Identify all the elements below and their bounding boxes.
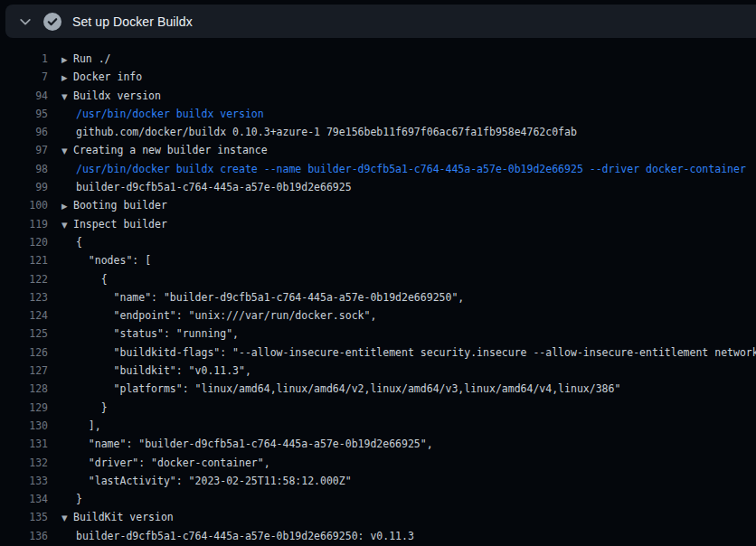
triangle-collapsed-icon[interactable]: ▶ [61,69,73,86]
log-line: 120 { [0,233,756,251]
log-group-row[interactable]: 94 ▼Buildx version [0,87,756,105]
log-group-row[interactable]: 1 ▶Run ./ [0,50,756,68]
triangle-expanded-icon[interactable]: ▼ [61,88,73,105]
line-number[interactable]: 132 [0,454,48,472]
triangle-expanded-icon[interactable]: ▼ [61,142,73,159]
log-line: 128 "platforms": "linux/amd64,linux/amd6… [0,380,756,398]
line-number[interactable]: 131 [0,435,48,453]
log-group-row[interactable]: 97 ▼Creating a new builder instance [0,141,756,159]
log-line: 127 "buildkit": "v0.11.3", [0,362,756,380]
line-content: ▼BuildKit version [61,508,174,526]
log-group-row[interactable]: 100 ▶Booting builder [0,196,756,214]
line-content: { [61,270,108,288]
log-line: 133 "lastActivity": "2023-02-25T11:58:12… [0,472,756,490]
line-content: "platforms": "linux/amd64,linux/amd64/v2… [61,380,620,398]
log-line: 131 "name": "builder-d9cfb5a1-c764-445a-… [0,435,756,453]
line-content: "lastActivity": "2023-02-25T11:58:12.000… [61,472,352,490]
line-content: "nodes": [ [61,251,151,269]
line-number[interactable]: 133 [0,472,48,490]
line-number[interactable]: 123 [0,288,48,306]
log-group-row[interactable]: 7 ▶Docker info [0,68,756,86]
line-content: ], [61,417,101,435]
line-number[interactable]: 124 [0,306,48,325]
group-title[interactable]: Buildx version [73,89,161,102]
line-number[interactable]: 134 [0,490,48,508]
step-title: Set up Docker Buildx [72,14,193,29]
log-line: 121 "nodes": [ [0,251,756,269]
line-number[interactable]: 135 [0,508,48,526]
log-line: 99 builder-d9cfb5a1-c764-445a-a57e-0b19d… [0,178,756,196]
step-header[interactable]: Set up Docker Buildx [5,5,756,38]
log-line: 134 } [0,490,756,508]
triangle-collapsed-icon[interactable]: ▶ [61,197,73,214]
line-number[interactable]: 94 [0,87,48,105]
log-line: 132 "driver": "docker-container", [0,454,756,472]
log-group-row[interactable]: 135 ▼BuildKit version [0,508,756,526]
line-content: ▶Booting builder [61,196,167,214]
triangle-expanded-icon[interactable]: ▼ [61,509,73,526]
line-number[interactable]: 125 [0,325,48,343]
line-number[interactable]: 126 [0,344,48,362]
line-content: github.com/docker/buildx 0.10.3+azure-1 … [61,123,577,141]
line-number[interactable]: 122 [0,270,48,288]
line-content: ▼Inspect builder [61,215,167,233]
log-line: 95 /usr/bin/docker buildx version [0,105,756,123]
line-content: "status": "running", [61,325,239,343]
step-success-check-icon [43,13,61,31]
group-title[interactable]: Run ./ [73,52,111,65]
group-title[interactable]: Creating a new builder instance [73,144,268,156]
group-title[interactable]: BuildKit version [73,511,174,523]
line-content: "driver": "docker-container", [61,454,270,472]
group-title[interactable]: Booting builder [73,199,167,212]
triangle-expanded-icon[interactable]: ▼ [61,216,73,233]
line-content: /usr/bin/docker buildx create --name bui… [61,160,746,178]
log-line: 124 "endpoint": "unix:///var/run/docker.… [0,306,756,325]
line-number[interactable]: 129 [0,399,48,417]
line-number[interactable]: 98 [0,160,48,178]
line-content: { [61,233,82,251]
group-title[interactable]: Inspect builder [73,218,167,231]
line-content: } [61,490,82,508]
log-line: 98 /usr/bin/docker buildx create --name … [0,160,756,178]
line-number[interactable]: 7 [0,68,48,86]
line-number[interactable]: 95 [0,105,48,123]
line-number[interactable]: 119 [0,215,48,233]
line-number[interactable]: 96 [0,123,48,141]
log-line: 130 ], [0,417,756,435]
line-number[interactable]: 128 [0,380,48,398]
log-viewer: Set up Docker Buildx 1 ▶Run ./ 7 ▶Docker… [0,0,756,546]
log-lines-container: 1 ▶Run ./ 7 ▶Docker info 94 ▼Buildx vers… [0,50,756,545]
log-line: 96 github.com/docker/buildx 0.10.3+azure… [0,123,756,141]
line-number[interactable]: 97 [0,141,48,159]
line-content: "buildkitd-flags": "--allow-insecure-ent… [61,344,756,362]
log-group-row[interactable]: 119 ▼Inspect builder [0,215,756,233]
line-content: "buildkit": "v0.11.3", [61,362,251,380]
log-line: 129 } [0,399,756,417]
line-number[interactable]: 1 [0,50,48,68]
chevron-down-icon[interactable] [19,15,32,28]
line-number[interactable]: 100 [0,196,48,214]
log-line: 126 "buildkitd-flags": "--allow-insecure… [0,344,756,362]
line-content: "endpoint": "unix:///var/run/docker.sock… [61,306,376,325]
line-number[interactable]: 130 [0,417,48,435]
line-content: } [61,399,108,417]
line-content: ▼Buildx version [61,87,161,105]
log-line: 125 "status": "running", [0,325,756,343]
line-content: ▼Creating a new builder instance [61,141,268,159]
line-number[interactable]: 120 [0,233,48,251]
line-number[interactable]: 99 [0,178,48,196]
group-title[interactable]: Docker info [73,71,142,83]
line-content: ▶Docker info [61,68,142,86]
line-content: "name": "builder-d9cfb5a1-c764-445a-a57e… [61,435,433,453]
line-number[interactable]: 136 [0,527,48,545]
line-content: builder-d9cfb5a1-c764-445a-a57e-0b19d2e6… [61,178,352,196]
log-line: 136 builder-d9cfb5a1-c764-445a-a57e-0b19… [0,527,756,545]
line-content: "name": "builder-d9cfb5a1-c764-445a-a57e… [61,288,464,306]
line-content: /usr/bin/docker buildx version [61,105,264,123]
line-number[interactable]: 127 [0,362,48,380]
log-line: 122 { [0,270,756,288]
line-number[interactable]: 121 [0,251,48,269]
line-content: ▶Run ./ [61,50,111,68]
triangle-collapsed-icon[interactable]: ▶ [61,51,73,68]
line-content: builder-d9cfb5a1-c764-445a-a57e-0b19d2e6… [61,527,414,545]
